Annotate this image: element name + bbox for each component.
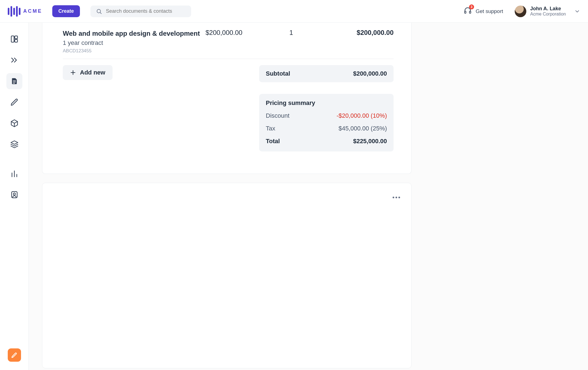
svg-rect-3 — [469, 11, 471, 13]
pen-icon — [10, 98, 19, 106]
summary: Subtotal $200,000.00 Pricing summary Dis… — [259, 65, 394, 151]
cube-icon — [10, 119, 19, 127]
headset-icon: 3 — [464, 7, 472, 16]
line-item-title: Web and mobile app design & development — [63, 29, 205, 38]
search-box[interactable] — [90, 6, 191, 17]
subtotal-label: Subtotal — [266, 70, 290, 77]
brand-logo[interactable]: ACME — [8, 6, 42, 17]
dashboard-icon — [10, 35, 19, 43]
total-label: Total — [266, 138, 280, 145]
sidebar-documents[interactable] — [6, 73, 22, 89]
layers-icon — [10, 140, 19, 148]
chevron-down-icon — [574, 8, 580, 14]
svg-point-15 — [13, 193, 15, 195]
svg-rect-8 — [13, 82, 16, 82]
add-new-button[interactable]: Add new — [63, 65, 113, 80]
svg-rect-5 — [15, 36, 17, 39]
logo-mark — [8, 6, 20, 17]
discount-label: Discount — [266, 112, 290, 119]
line-item-qty: 1 — [266, 29, 316, 37]
create-button[interactable]: Create — [52, 5, 80, 17]
tax-value: $45,000.00 (25%) — [339, 125, 387, 132]
pricing-summary-box: Pricing summary Discount -$20,000.00 (10… — [259, 94, 394, 151]
svg-point-18 — [393, 197, 394, 198]
avatar — [515, 6, 526, 17]
svg-rect-9 — [13, 83, 15, 84]
svg-marker-10 — [11, 141, 18, 145]
svg-rect-7 — [13, 81, 16, 81]
tax-row: Tax $45,000.00 (25%) — [266, 125, 387, 132]
pricing-summary-heading: Pricing summary — [266, 99, 387, 107]
pen-edit-icon — [11, 352, 18, 358]
empty-content-card — [42, 183, 412, 368]
discount-row: Discount -$20,000.00 (10%) — [266, 112, 387, 119]
main-area: Web and mobile app design & development … — [29, 23, 588, 370]
top-bar: ACME Create 3 Get support John A. Lake A… — [0, 0, 588, 23]
line-item-price: $200,000.00 — [205, 29, 266, 37]
contact-icon — [10, 191, 19, 199]
svg-rect-2 — [465, 11, 466, 13]
sidebar-sign[interactable] — [6, 94, 22, 110]
pipeline-icon — [10, 56, 19, 64]
add-new-label: Add new — [80, 69, 105, 76]
total-value: $225,000.00 — [353, 138, 387, 145]
total-row: Total $225,000.00 — [266, 138, 387, 145]
brand-text: ACME — [23, 8, 42, 14]
divider — [63, 59, 394, 59]
chart-icon — [10, 169, 19, 178]
line-item-total: $200,000.00 — [316, 29, 394, 37]
plus-icon — [70, 70, 76, 76]
sidebar-templates[interactable] — [6, 136, 22, 152]
svg-rect-4 — [11, 36, 14, 42]
svg-point-20 — [399, 197, 400, 198]
user-name: John A. Lake — [530, 6, 566, 12]
line-item-code: ABCD123455 — [63, 48, 205, 54]
subtotal-value: $200,000.00 — [353, 70, 387, 77]
sidebar-pipeline[interactable] — [6, 52, 22, 68]
line-item-subtitle: 1 year contract — [63, 39, 205, 47]
tax-label: Tax — [266, 125, 275, 132]
sidebar-dashboard[interactable] — [6, 31, 22, 47]
notification-badge: 3 — [469, 4, 474, 9]
user-org: Acme Corporation — [530, 12, 566, 17]
document-icon — [11, 78, 18, 85]
user-menu[interactable]: John A. Lake Acme Corporation — [515, 6, 580, 17]
subtotal-row: Subtotal $200,000.00 — [259, 65, 394, 82]
pricing-card: Web and mobile app design & development … — [42, 23, 412, 174]
line-item: Web and mobile app design & development … — [63, 29, 394, 59]
search-input[interactable] — [106, 8, 186, 14]
discount-value: -$20,000.00 (10%) — [337, 112, 387, 119]
sidebar-reports[interactable] — [6, 166, 22, 182]
sidebar-quick-create[interactable] — [8, 348, 21, 362]
sidebar-products[interactable] — [6, 115, 22, 131]
card-more-button[interactable] — [391, 192, 401, 204]
get-support[interactable]: 3 Get support — [464, 7, 503, 16]
svg-point-19 — [396, 197, 397, 198]
get-support-label: Get support — [476, 8, 503, 14]
svg-line-1 — [100, 12, 101, 14]
sidebar-contacts[interactable] — [6, 187, 22, 203]
more-horizontal-icon — [391, 192, 401, 202]
svg-rect-6 — [15, 39, 17, 42]
search-icon — [96, 8, 102, 14]
sidebar — [0, 23, 29, 370]
